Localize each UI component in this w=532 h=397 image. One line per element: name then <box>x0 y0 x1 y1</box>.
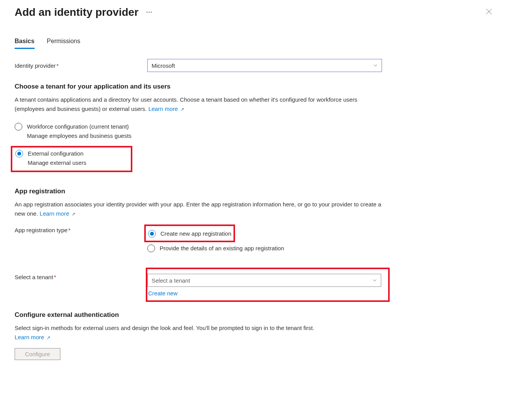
external-link-icon: ↗ <box>47 335 50 340</box>
header: Add an identity provider ··· <box>15 6 517 18</box>
radio-workforce-label: Workforce configuration (current tenant) <box>27 122 132 131</box>
radio-circle-icon <box>147 245 155 252</box>
config-ext-learn-more-link[interactable]: Learn more ↗ <box>15 334 50 340</box>
tenant-section-title: Choose a tenant for your application and… <box>15 83 517 90</box>
radio-external[interactable]: External configuration Manage external u… <box>15 149 128 168</box>
app-reg-title: App registration <box>15 188 517 195</box>
radio-workforce-text: Workforce configuration (current tenant)… <box>27 122 132 141</box>
app-reg-type-row: App registration type* Create new app re… <box>15 224 517 257</box>
identity-provider-value: Microsoft <box>152 62 175 69</box>
app-reg-type-label-text: App registration type <box>15 227 68 233</box>
select-tenant-dropdown[interactable]: Select a tenant <box>147 274 381 287</box>
identity-provider-dropdown[interactable]: Microsoft <box>147 59 382 72</box>
tenant-learn-more-text: Learn more <box>148 106 178 112</box>
required-star: * <box>68 227 71 233</box>
page-title-wrap: Add an identity provider ··· <box>15 6 154 18</box>
configure-external-section: Configure external authentication Select… <box>15 311 517 360</box>
app-reg-type-radios: Create new app registration Provide the … <box>147 224 517 257</box>
highlight-external-config: External configuration Manage external u… <box>11 146 132 172</box>
create-new-tenant-link[interactable]: Create new <box>147 290 384 296</box>
radio-existing-app[interactable]: Provide the details of an existing app r… <box>147 242 517 254</box>
radio-existing-label: Provide the details of an existing app r… <box>160 245 284 251</box>
required-star: * <box>54 274 56 280</box>
config-ext-learn-more-text: Learn more <box>15 334 44 340</box>
required-star: * <box>57 62 59 69</box>
tenant-config-section: Choose a tenant for your application and… <box>15 83 517 172</box>
radio-dot-icon <box>150 232 154 236</box>
highlight-select-tenant: Select a tenant Create new <box>146 268 390 302</box>
radio-dot-icon <box>17 152 21 156</box>
radio-circle-icon <box>15 123 22 131</box>
more-button[interactable]: ··· <box>145 9 154 16</box>
tab-basics[interactable]: Basics <box>15 38 35 49</box>
app-reg-learn-more-text: Learn more <box>40 210 69 217</box>
tenant-section-desc: A tenant contains applications and a dir… <box>15 95 384 114</box>
radio-workforce[interactable]: Workforce configuration (current tenant)… <box>15 120 517 143</box>
select-tenant-label-text: Select a tenant <box>15 274 53 280</box>
app-reg-type-label: App registration type* <box>15 224 147 257</box>
tab-permissions[interactable]: Permissions <box>47 38 80 49</box>
config-ext-desc: Select sign-in methods for external user… <box>15 323 384 342</box>
radio-external-sub: Manage external users <box>28 158 87 168</box>
tenant-controls: Select a tenant Create new <box>147 274 384 296</box>
chevron-down-icon <box>372 277 377 284</box>
highlight-create-new: Create new app registration <box>144 224 235 242</box>
config-ext-desc-text: Select sign-in methods for external user… <box>15 325 314 331</box>
chevron-down-icon <box>373 62 378 69</box>
app-registration-section: App registration An app registration ass… <box>15 188 517 257</box>
identity-provider-label-text: Identity provider <box>15 62 56 69</box>
page-title: Add an identity provider <box>15 6 138 18</box>
app-reg-desc: An app registration associates your iden… <box>15 200 384 218</box>
tenant-section-desc-text: A tenant contains applications and a dir… <box>15 96 357 112</box>
select-tenant-row: Select a tenant* Select a tenant Create … <box>15 268 517 302</box>
identity-provider-row: Identity provider* Microsoft <box>15 59 517 72</box>
close-button[interactable] <box>484 6 494 18</box>
config-ext-title: Configure external authentication <box>15 311 517 319</box>
radio-external-text: External configuration Manage external u… <box>28 149 87 168</box>
tenant-radio-group: Workforce configuration (current tenant)… <box>15 120 517 172</box>
radio-create-new-app[interactable]: Create new app registration <box>148 228 231 239</box>
close-icon <box>486 8 492 15</box>
select-tenant-label: Select a tenant* <box>15 268 147 280</box>
tenant-learn-more-link[interactable]: Learn more ↗ <box>148 106 184 112</box>
radio-circle-checked-icon <box>148 230 156 238</box>
external-link-icon: ↗ <box>180 107 184 112</box>
external-link-icon: ↗ <box>72 211 75 217</box>
tabs: Basics Permissions <box>15 38 517 49</box>
radio-workforce-sub: Manage employees and business guests <box>27 131 132 141</box>
radio-circle-checked-icon <box>15 150 23 157</box>
configure-button[interactable]: Configure <box>15 348 60 360</box>
identity-provider-label: Identity provider* <box>15 62 147 69</box>
radio-external-label: External configuration <box>28 149 87 158</box>
select-tenant-placeholder: Select a tenant <box>152 277 190 284</box>
radio-create-new-label: Create new app registration <box>160 230 231 237</box>
app-reg-learn-more-link[interactable]: Learn more ↗ <box>40 210 75 217</box>
